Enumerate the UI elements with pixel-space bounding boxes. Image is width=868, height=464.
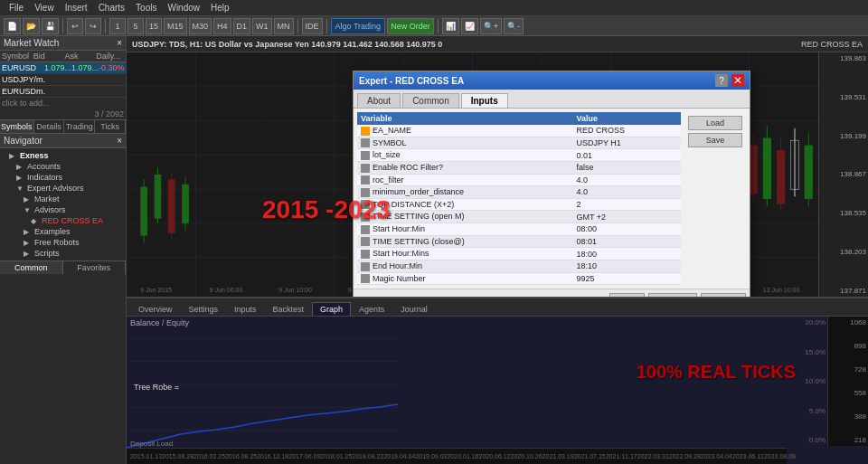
bottom-tab-agents[interactable]: Agents	[351, 302, 392, 316]
bottom-tab-journal[interactable]: Journal	[392, 302, 436, 316]
x-2023-06: 2023.06.11	[732, 453, 764, 459]
dialog-content: Variable Value EA_NAME RED CROSS SYMBOL …	[354, 109, 750, 289]
nav-item-market[interactable]: ▶ Market	[2, 194, 124, 204]
dialog-row-value-3[interactable]: false	[572, 161, 681, 174]
menu-insert[interactable]: Insert	[60, 3, 93, 13]
tb-chart-type2[interactable]: 📈	[461, 18, 478, 34]
nav-tab-common[interactable]: Common	[0, 261, 63, 274]
dialog-save-btn[interactable]: Save	[688, 133, 742, 147]
tb-mn[interactable]: MN	[274, 18, 294, 34]
dialog-row-value-5[interactable]: 4.0	[572, 186, 681, 199]
tab-details[interactable]: Details	[34, 120, 65, 133]
toolbar-undo[interactable]: ↩	[67, 18, 83, 34]
bottom-tab-inputs[interactable]: Inputs	[226, 302, 265, 316]
nav-item-scripts[interactable]: ▶ Scripts	[2, 248, 124, 259]
dialog-row-value-6[interactable]: 2	[572, 198, 681, 211]
dialog-row-value-4[interactable]: 4.0	[572, 174, 681, 186]
chart-title: USDJPY: TDS, H1: US Dollar vs Japanese Y…	[132, 40, 442, 49]
tb-5[interactable]: 5	[127, 18, 144, 34]
svg-text:9 Jun 06:00: 9 Jun 06:00	[210, 287, 243, 293]
nav-label-market: Market	[34, 194, 60, 204]
nav-item-examples[interactable]: ▶ Examples	[2, 226, 124, 237]
menu-window[interactable]: Window	[162, 3, 205, 13]
separator-1	[62, 19, 63, 33]
menu-help[interactable]: Help	[205, 3, 235, 13]
nav-expand-free-robots: ▶	[24, 239, 34, 247]
dialog-close-btn[interactable]: ✕	[731, 74, 744, 87]
market-watch-close[interactable]: ×	[117, 38, 122, 48]
nav-expand-ea: ▼	[16, 185, 27, 193]
graph-y-5p: 5.0%	[793, 407, 826, 415]
nav-tab-favorites[interactable]: Favorites	[63, 261, 127, 274]
dialog-ok-btn[interactable]: OK	[609, 293, 645, 297]
mw-row-eurusdm[interactable]: EURUSDm...	[0, 86, 126, 98]
nav-item-exness[interactable]: ▶ Exness	[2, 150, 124, 161]
dialog-help-btn[interactable]: ?	[715, 74, 728, 87]
bottom-tab-overview[interactable]: Overview	[130, 302, 181, 316]
dialog-row-value-10[interactable]: 18:00	[572, 248, 681, 260]
nav-item-advisors[interactable]: ▼ Advisors	[2, 204, 124, 215]
toolbar-save[interactable]: 💾	[42, 18, 59, 34]
dialog-row-value-11[interactable]: 18:10	[572, 260, 681, 272]
dialog-row-value-2[interactable]: 0.01	[572, 149, 681, 162]
dialog-col-value: Value	[572, 112, 681, 125]
bottom-tab-backtest[interactable]: Backtest	[265, 302, 313, 316]
dialog-tab-common[interactable]: Common	[402, 93, 459, 108]
candle-chart[interactable]: 139.863 139.531 139.199 138.867 138.535 …	[127, 52, 868, 297]
dialog-row-value-1[interactable]: USDJPY H1	[572, 137, 681, 149]
tb-m15[interactable]: M15	[164, 18, 187, 34]
tb-m30[interactable]: M30	[189, 18, 212, 34]
dialog-reset-btn[interactable]: Reset	[701, 293, 746, 297]
menu-view[interactable]: View	[29, 3, 60, 13]
tb-zoomin[interactable]: 🔍+	[480, 18, 502, 34]
dialog-load-btn[interactable]: Load	[688, 116, 742, 130]
mw-click-to-add[interactable]: click to add...	[0, 98, 126, 109]
nav-tree: ▶ Exness ▶ Accounts ▶ Indicators ▼ Exper…	[0, 148, 126, 260]
dialog-row-variable-8: Start Hour:Min	[357, 223, 572, 236]
tb-h4[interactable]: H4	[213, 18, 231, 34]
menu-file[interactable]: File	[4, 3, 29, 13]
tb-15[interactable]: 15	[146, 18, 162, 34]
dialog-row-value-9[interactable]: 08:01	[572, 235, 681, 248]
bottom-tab-settings[interactable]: Settings	[181, 302, 227, 316]
toolbar-open[interactable]: 📂	[23, 18, 40, 34]
algo-trading-btn[interactable]: Algo Trading	[331, 18, 386, 34]
dialog-row-value-7[interactable]: GMT +2	[572, 211, 681, 223]
nav-expand-examples: ▶	[24, 228, 34, 236]
toolbar-new[interactable]: 📄	[4, 18, 21, 34]
tb-zoomout[interactable]: 🔍-	[504, 18, 524, 34]
nav-item-accounts[interactable]: ▶ Accounts	[2, 161, 124, 172]
bottom-tab-graph[interactable]: Graph	[312, 302, 351, 316]
nav-item-expert-advisors[interactable]: ▼ Expert Advisors	[2, 183, 124, 194]
navigator-close[interactable]: ×	[117, 136, 122, 146]
tab-ticks[interactable]: Ticks	[95, 120, 126, 133]
mw-col-bid: Bid	[32, 51, 63, 62]
tb-ide[interactable]: IDE	[302, 18, 323, 34]
dialog-row-value-12[interactable]: 9925	[572, 272, 681, 285]
new-order-btn[interactable]: New Order	[387, 18, 434, 34]
tab-trading[interactable]: Trading	[64, 120, 95, 133]
dialog-row-value-8[interactable]: 08:00	[572, 223, 681, 236]
mw-row-eurusd[interactable]: EURUSD 1.079... 1.079... -0.30%	[0, 62, 126, 74]
dialog-row-value-0[interactable]: RED CROSS	[572, 125, 681, 137]
menu-charts[interactable]: Charts	[93, 3, 130, 13]
dialog-tab-inputs[interactable]: Inputs	[461, 93, 508, 108]
toolbar-redo[interactable]: ↪	[85, 18, 101, 34]
tab-symbols[interactable]: Symbols	[0, 120, 34, 133]
tb-chart-type1[interactable]: 📊	[442, 18, 459, 34]
tb-w1[interactable]: W1	[252, 18, 272, 34]
dialog-tab-about[interactable]: About	[357, 93, 401, 108]
separator-3	[297, 19, 298, 33]
menu-tools[interactable]: Tools	[130, 3, 162, 13]
x-2016-08: 2016.08.25	[225, 453, 257, 459]
left-panel: Market Watch × Symbol Bid Ask Daily... E…	[0, 36, 127, 464]
tb-1[interactable]: 1	[109, 18, 126, 34]
tb-d1[interactable]: D1	[233, 18, 251, 34]
nav-item-red-cross-ea[interactable]: ◆ RED CROSS EA	[2, 215, 124, 226]
nav-item-indicators[interactable]: ▶ Indicators	[2, 172, 124, 183]
dialog-cancel-btn[interactable]: Cancel	[648, 293, 697, 297]
nav-item-free-robots[interactable]: ▶ Free Robots	[2, 237, 124, 248]
x-2015-08: 2015.08.28	[162, 453, 193, 459]
mw-row-usdjpy[interactable]: USDJPY/m...	[0, 74, 126, 86]
graph-y-axis-percent: 20.0% 15.0% 10.0% 5.0% 0.0%	[791, 317, 827, 446]
